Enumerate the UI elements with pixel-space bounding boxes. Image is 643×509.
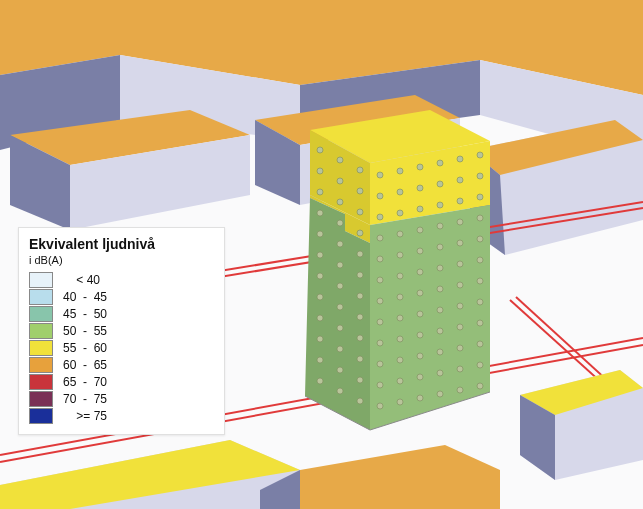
svg-point-132 bbox=[357, 335, 363, 341]
svg-point-50 bbox=[397, 378, 403, 384]
legend-swatch bbox=[29, 289, 53, 305]
legend-swatch bbox=[29, 272, 53, 288]
svg-point-92 bbox=[477, 236, 483, 242]
svg-point-101 bbox=[317, 168, 323, 174]
svg-point-128 bbox=[357, 251, 363, 257]
legend-label: 45 - 50 bbox=[63, 307, 107, 321]
svg-point-49 bbox=[397, 357, 403, 363]
legend-label: 70 - 75 bbox=[63, 392, 107, 406]
legend-row: 55 - 60 bbox=[29, 340, 214, 356]
legend-label: < 40 bbox=[63, 273, 100, 287]
svg-point-68 bbox=[437, 244, 443, 250]
svg-point-29 bbox=[377, 193, 383, 199]
svg-point-84 bbox=[457, 324, 463, 330]
svg-point-48 bbox=[397, 336, 403, 342]
svg-point-78 bbox=[457, 198, 463, 204]
svg-point-47 bbox=[397, 315, 403, 321]
svg-point-70 bbox=[437, 286, 443, 292]
svg-point-52 bbox=[417, 164, 423, 170]
svg-point-114 bbox=[337, 199, 343, 205]
svg-point-127 bbox=[357, 230, 363, 236]
svg-point-110 bbox=[317, 357, 323, 363]
svg-point-104 bbox=[317, 231, 323, 237]
legend-swatch bbox=[29, 323, 53, 339]
svg-point-97 bbox=[477, 341, 483, 347]
svg-point-87 bbox=[457, 387, 463, 393]
legend-row: 70 - 75 bbox=[29, 391, 214, 407]
legend-swatch bbox=[29, 391, 53, 407]
svg-point-74 bbox=[437, 370, 443, 376]
svg-point-111 bbox=[317, 378, 323, 384]
svg-point-83 bbox=[457, 303, 463, 309]
svg-point-95 bbox=[477, 299, 483, 305]
svg-point-81 bbox=[457, 261, 463, 267]
svg-point-54 bbox=[417, 206, 423, 212]
svg-point-121 bbox=[337, 346, 343, 352]
legend-swatch bbox=[29, 374, 53, 390]
svg-point-72 bbox=[437, 328, 443, 334]
svg-point-102 bbox=[317, 189, 323, 195]
svg-point-99 bbox=[477, 383, 483, 389]
svg-point-85 bbox=[457, 345, 463, 351]
svg-point-38 bbox=[377, 382, 383, 388]
svg-point-115 bbox=[337, 220, 343, 226]
svg-point-32 bbox=[377, 256, 383, 262]
svg-point-119 bbox=[337, 304, 343, 310]
svg-point-44 bbox=[397, 252, 403, 258]
svg-point-39 bbox=[377, 403, 383, 409]
svg-point-108 bbox=[317, 315, 323, 321]
svg-point-116 bbox=[337, 241, 343, 247]
svg-point-120 bbox=[337, 325, 343, 331]
svg-point-73 bbox=[437, 349, 443, 355]
svg-point-106 bbox=[317, 273, 323, 279]
svg-point-118 bbox=[337, 283, 343, 289]
svg-point-86 bbox=[457, 366, 463, 372]
svg-point-71 bbox=[437, 307, 443, 313]
svg-point-64 bbox=[437, 160, 443, 166]
svg-point-109 bbox=[317, 336, 323, 342]
svg-point-77 bbox=[457, 177, 463, 183]
svg-point-58 bbox=[417, 290, 423, 296]
svg-marker-27 bbox=[370, 205, 490, 430]
svg-point-135 bbox=[357, 398, 363, 404]
svg-point-112 bbox=[337, 157, 343, 163]
svg-point-37 bbox=[377, 361, 383, 367]
svg-point-34 bbox=[377, 298, 383, 304]
svg-point-31 bbox=[377, 235, 383, 241]
svg-point-51 bbox=[397, 399, 403, 405]
svg-point-107 bbox=[317, 294, 323, 300]
legend-label: 40 - 45 bbox=[63, 290, 107, 304]
svg-point-41 bbox=[397, 189, 403, 195]
svg-point-123 bbox=[337, 388, 343, 394]
svg-point-30 bbox=[377, 214, 383, 220]
svg-point-33 bbox=[377, 277, 383, 283]
svg-point-42 bbox=[397, 210, 403, 216]
svg-point-40 bbox=[397, 168, 403, 174]
svg-point-82 bbox=[457, 282, 463, 288]
svg-point-45 bbox=[397, 273, 403, 279]
svg-point-124 bbox=[357, 167, 363, 173]
svg-point-94 bbox=[477, 278, 483, 284]
svg-point-103 bbox=[317, 210, 323, 216]
svg-point-75 bbox=[437, 391, 443, 397]
legend-swatch bbox=[29, 357, 53, 373]
svg-point-90 bbox=[477, 194, 483, 200]
svg-point-117 bbox=[337, 262, 343, 268]
legend-swatch bbox=[29, 408, 53, 424]
svg-point-56 bbox=[417, 248, 423, 254]
svg-point-46 bbox=[397, 294, 403, 300]
svg-point-53 bbox=[417, 185, 423, 191]
svg-point-105 bbox=[317, 252, 323, 258]
legend-row: 45 - 50 bbox=[29, 306, 214, 322]
legend-label: 60 - 65 bbox=[63, 358, 107, 372]
svg-point-131 bbox=[357, 314, 363, 320]
svg-point-59 bbox=[417, 311, 423, 317]
svg-point-93 bbox=[477, 257, 483, 263]
svg-point-76 bbox=[457, 156, 463, 162]
legend-label: 55 - 60 bbox=[63, 341, 107, 355]
svg-point-96 bbox=[477, 320, 483, 326]
svg-point-88 bbox=[477, 152, 483, 158]
svg-point-65 bbox=[437, 181, 443, 187]
legend-title: Ekvivalent ljudnivå bbox=[29, 236, 214, 252]
svg-point-36 bbox=[377, 340, 383, 346]
